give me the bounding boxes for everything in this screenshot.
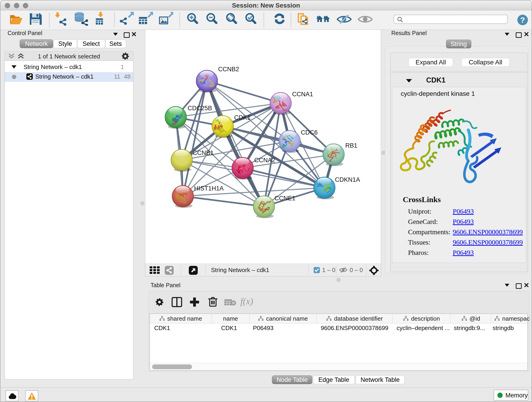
svg-text:CCNB1: CCNB1 bbox=[193, 149, 214, 156]
svg-text:CCNE1: CCNE1 bbox=[274, 195, 296, 202]
svg-text:RB1: RB1 bbox=[345, 142, 357, 149]
svg-text:CCNA1: CCNA1 bbox=[292, 91, 313, 98]
svg-text:CCNB2: CCNB2 bbox=[218, 66, 239, 73]
svg-text:CDC6: CDC6 bbox=[301, 129, 318, 136]
svg-text:CCNA2: CCNA2 bbox=[254, 157, 275, 164]
svg-text:HIST1H1A: HIST1H1A bbox=[194, 185, 224, 192]
svg-text:CDK1: CDK1 bbox=[234, 114, 251, 121]
svg-text:CDKN1A: CDKN1A bbox=[335, 176, 360, 183]
svg-text:CDC25B: CDC25B bbox=[188, 105, 212, 112]
